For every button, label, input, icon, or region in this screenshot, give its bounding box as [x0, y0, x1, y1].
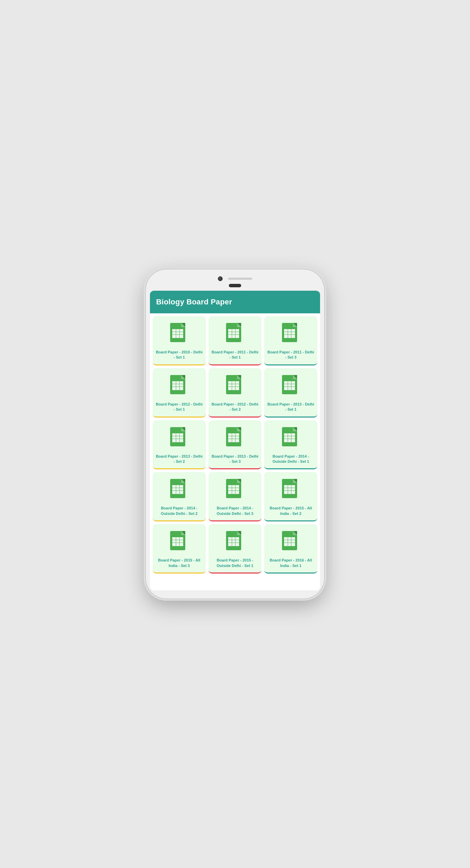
document-icon — [281, 478, 301, 502]
card-label: Board Paper - 2013 - Delhi - Set 3 — [211, 454, 259, 465]
app-title: Biology Board Paper — [156, 298, 232, 306]
svg-rect-3 — [172, 329, 183, 338]
phone-top-bar — [150, 276, 320, 287]
card-item[interactable]: Board Paper - 2014 - Outside Delhi - Set… — [209, 472, 262, 521]
card-label: Board Paper - 2016 - All India - Set 1 — [267, 558, 315, 568]
card-label: Board Paper - 2013 - Delhi - Set 1 — [267, 402, 315, 412]
svg-rect-107 — [228, 537, 239, 546]
svg-rect-11 — [228, 329, 239, 338]
document-icon — [169, 374, 189, 398]
card-item[interactable]: Board Paper - 2014 - Outside Delhi - Set… — [264, 420, 317, 470]
svg-rect-75 — [172, 485, 183, 494]
svg-rect-59 — [228, 433, 239, 442]
card-item[interactable]: Board Paper - 2014 - Outside Delhi - Set… — [153, 472, 206, 521]
card-label: Board Paper - 2015 - All India - Set 2 — [267, 506, 315, 516]
document-icon — [225, 426, 245, 450]
front-sensor — [229, 284, 241, 287]
document-icon — [225, 374, 245, 398]
card-item[interactable]: Board Paper - 2011 - Delhi - Set 3 — [264, 316, 317, 365]
phone-frame: Biology Board Paper Board Paper - 2010 -… — [146, 269, 324, 599]
svg-rect-99 — [172, 537, 183, 546]
card-label: Board Paper - 2014 - Outside Delhi - Set… — [155, 506, 203, 516]
svg-rect-27 — [172, 381, 183, 390]
front-camera — [218, 276, 223, 281]
document-icon — [169, 530, 189, 554]
svg-rect-67 — [284, 433, 295, 442]
svg-rect-35 — [228, 381, 239, 390]
card-label: Board Paper - 2011 - Delhi - Set 3 — [267, 350, 315, 360]
card-label: Board Paper - 2012 - Delhi - Set 2 — [211, 402, 259, 412]
document-icon — [281, 530, 301, 554]
card-item[interactable]: Board Paper - 2015 - All India - Set 3 — [153, 524, 206, 574]
speaker-slot — [228, 278, 252, 280]
card-item[interactable]: Board Paper - 2013 - Delhi - Set 2 — [153, 420, 206, 470]
card-item[interactable]: Board Paper - 2016 - All India - Set 1 — [264, 524, 317, 574]
document-icon — [281, 426, 301, 450]
card-label: Board Paper - 2015 - All India - Set 3 — [155, 558, 203, 568]
card-grid: Board Paper - 2010 - Delhi - Set 1 Board… — [153, 316, 317, 574]
card-item[interactable]: Board Paper - 2015 - All India - Set 2 — [264, 472, 317, 521]
card-item[interactable]: Board Paper - 2011 - Delhi - Set 1 — [209, 316, 262, 365]
svg-rect-115 — [284, 537, 295, 546]
document-icon — [169, 322, 189, 346]
document-icon — [169, 426, 189, 450]
card-label: Board Paper - 2013 - Delhi - Set 2 — [155, 454, 203, 465]
grid-container[interactable]: Board Paper - 2010 - Delhi - Set 1 Board… — [150, 313, 320, 590]
document-icon — [225, 322, 245, 346]
card-item[interactable]: Board Paper - 2012 - Delhi - Set 1 — [153, 368, 206, 418]
svg-rect-51 — [172, 433, 183, 442]
document-icon — [169, 478, 189, 502]
card-label: Board Paper - 2015 - Outside Delhi - Set… — [211, 558, 259, 568]
document-icon — [225, 478, 245, 502]
card-item[interactable]: Board Paper - 2013 - Delhi - Set 1 — [264, 368, 317, 418]
svg-rect-43 — [284, 381, 295, 390]
app-header: Biology Board Paper — [150, 291, 320, 313]
card-item[interactable]: Board Paper - 2015 - Outside Delhi - Set… — [209, 524, 262, 574]
phone-screen: Biology Board Paper Board Paper - 2010 -… — [150, 291, 320, 590]
card-item[interactable]: Board Paper - 2013 - Delhi - Set 3 — [209, 420, 262, 470]
svg-rect-83 — [228, 485, 239, 494]
card-label: Board Paper - 2014 - Outside Delhi - Set… — [267, 454, 315, 465]
document-icon — [225, 530, 245, 554]
card-label: Board Paper - 2011 - Delhi - Set 1 — [211, 350, 259, 360]
svg-rect-91 — [284, 485, 295, 494]
svg-rect-19 — [284, 329, 295, 338]
card-label: Board Paper - 2014 - Outside Delhi - Set… — [211, 506, 259, 516]
card-label: Board Paper - 2012 - Delhi - Set 1 — [155, 402, 203, 412]
card-label: Board Paper - 2010 - Delhi - Set 1 — [155, 350, 203, 360]
card-item[interactable]: Board Paper - 2012 - Delhi - Set 2 — [209, 368, 262, 418]
document-icon — [281, 322, 301, 346]
document-icon — [281, 374, 301, 398]
card-item[interactable]: Board Paper - 2010 - Delhi - Set 1 — [153, 316, 206, 365]
